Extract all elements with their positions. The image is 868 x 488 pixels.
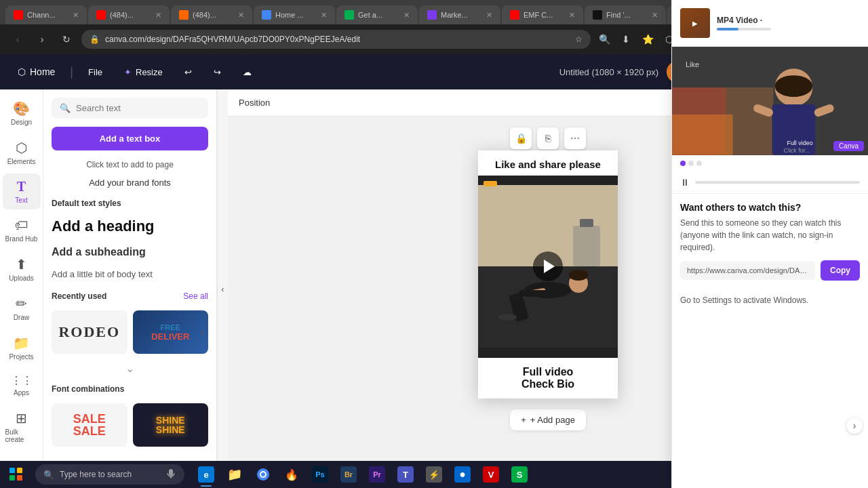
font-combo-shine[interactable]: SHINESHINE: [133, 403, 209, 447]
sidebar-item-elements[interactable]: ⬡ Elements: [3, 134, 41, 171]
taskbar-app-misc1[interactable]: ⚡: [420, 461, 448, 488]
sidebar-item-uploads[interactable]: ⬆ Uploads: [3, 251, 41, 287]
taskbar-app-bridge[interactable]: Br: [335, 461, 362, 488]
share-title: Want others to watch this?: [680, 202, 860, 213]
taskbar-app-explorer[interactable]: 📁: [221, 461, 248, 488]
tab-close[interactable]: ✕: [486, 11, 492, 20]
tab-title: Chann...: [27, 11, 68, 19]
recently-used-item-free[interactable]: FREE DELIVER ›: [133, 310, 209, 354]
search-input[interactable]: [76, 103, 200, 113]
search-icon[interactable]: 🔍: [596, 31, 612, 47]
start-button[interactable]: [0, 461, 33, 488]
canvas-toolbar: 🔒 ⎘ ⋯: [510, 127, 586, 149]
recently-used-header: Recently used See all: [43, 285, 216, 305]
file-button[interactable]: File: [81, 63, 109, 81]
resize-button[interactable]: ✦ Resize: [117, 63, 170, 81]
lock-canvas-icon[interactable]: 🔒: [510, 127, 532, 149]
recently-used-title: Recently used: [52, 291, 106, 301]
tab-favicon: [427, 10, 437, 20]
browser-tab-1[interactable]: Chann... ✕: [5, 5, 87, 24]
browser-tab-2[interactable]: (484)... ✕: [88, 5, 170, 24]
star-icon[interactable]: ⭐: [639, 31, 656, 47]
tab-close[interactable]: ✕: [403, 11, 410, 20]
font-combo-sale[interactable]: SALESALE: [52, 403, 127, 447]
canvas-bottom-text: Full video Check Bio: [478, 358, 618, 399]
taskbar-app-teams[interactable]: T: [392, 461, 419, 488]
taskbar-search[interactable]: 🔍 Type here to search: [35, 464, 184, 485]
tab-close[interactable]: ✕: [652, 11, 658, 20]
canvas-line1: Full video: [484, 366, 612, 378]
settings-link[interactable]: Go to Settings to activate Windows.: [672, 289, 868, 312]
add-body-style[interactable]: Add a little bit of body text: [43, 264, 216, 285]
tab-close[interactable]: ✕: [238, 11, 244, 20]
sidebar-item-projects[interactable]: 📁 Projects: [3, 329, 41, 366]
search-icon: 🔍: [60, 103, 71, 113]
see-all-link[interactable]: See all: [183, 291, 208, 301]
popup-progress-track[interactable]: [695, 181, 860, 184]
refresh-button[interactable]: ↻: [57, 30, 76, 49]
canva-main: 🎨 Design ⬡ Elements T Text 🏷 Brand Hub ⬆…: [0, 89, 868, 488]
sidebar-item-apps[interactable]: ⋮⋮ Apps: [3, 369, 41, 402]
browser-tab-8[interactable]: Find '... ✕: [585, 5, 666, 24]
play-overlay[interactable]: [533, 251, 563, 281]
tab-close[interactable]: ✕: [73, 11, 79, 20]
add-subheading-style[interactable]: Add a subheading: [43, 241, 216, 264]
browser-tab-6[interactable]: Marke... ✕: [419, 5, 500, 24]
popup-share-section: Want others to watch this? Send this to …: [672, 194, 868, 289]
bookmark-icon[interactable]: ☆: [575, 35, 583, 44]
tab-favicon: [179, 10, 189, 20]
copy-canvas-icon[interactable]: ⎘: [537, 127, 559, 149]
taskbar-app-misc3[interactable]: V: [477, 461, 505, 488]
scroll-indicator: ⌄: [43, 359, 216, 378]
forward-button[interactable]: ›: [33, 30, 52, 49]
tab-close[interactable]: ✕: [155, 11, 161, 20]
recently-used-item-rodeo[interactable]: RODEO: [52, 310, 127, 354]
tab-close[interactable]: ✕: [321, 11, 327, 20]
home-button[interactable]: ⬡ Home: [11, 62, 62, 81]
undo-button[interactable]: ↩: [178, 63, 199, 81]
search-area: 🔍: [43, 89, 216, 127]
add-heading-style[interactable]: Add a heading: [43, 212, 216, 241]
sidebar-item-draw[interactable]: ✏ Draw: [3, 290, 41, 327]
address-bar[interactable]: 🔒 canva.com/design/DAFra5QHVRM/UApcb7DO0…: [81, 30, 591, 49]
design-canvas[interactable]: Like and share please: [478, 150, 618, 399]
default-styles-title: Default text styles: [43, 192, 216, 212]
taskbar-app-misc4[interactable]: S: [506, 461, 533, 488]
browser-tab-5[interactable]: Get a... ✕: [336, 5, 418, 24]
taskbar-app-premiere[interactable]: Pr: [363, 461, 391, 488]
brand-fonts-button[interactable]: Add your brand fonts: [43, 174, 216, 192]
pause-button[interactable]: ⏸: [680, 177, 690, 188]
expand-icon[interactable]: ›: [846, 418, 863, 434]
copy-button[interactable]: Copy: [821, 260, 860, 281]
tab-close[interactable]: ✕: [569, 11, 575, 20]
add-textbox-button[interactable]: Add a text box: [52, 127, 208, 150]
share-link-input[interactable]: https://www.canva.com/design/DAFra5Q: [680, 261, 815, 280]
browser-tab-3[interactable]: (484)... ✕: [171, 5, 252, 24]
sidebar-item-text[interactable]: T Text: [3, 174, 41, 209]
panel-collapse-button[interactable]: ‹: [217, 89, 228, 488]
more-canvas-icon[interactable]: ⋯: [564, 127, 586, 149]
tab-favicon: [96, 10, 106, 20]
taskbar-app-chrome[interactable]: [250, 461, 277, 488]
taskbar-app-misc2[interactable]: ●: [449, 461, 476, 488]
browser-tab-7[interactable]: EMF C... ✕: [502, 5, 583, 24]
search-box[interactable]: 🔍: [52, 98, 208, 119]
tab-favicon: [593, 10, 602, 20]
taskbar-mic-icon[interactable]: [165, 468, 176, 481]
cloud-save-button[interactable]: ☁: [236, 63, 258, 81]
free-text: FREE: [151, 323, 189, 331]
sidebar-item-brand[interactable]: 🏷 Brand Hub: [3, 212, 41, 248]
popup-pause-bar: ⏸: [672, 171, 868, 194]
redo-button[interactable]: ↪: [207, 63, 228, 81]
sidebar-item-design[interactable]: 🎨 Design: [3, 95, 41, 131]
taskbar-app-firefox[interactable]: 🔥: [278, 461, 305, 488]
taskbar-app-edge[interactable]: e: [193, 461, 220, 488]
plus-icon: +: [521, 415, 526, 425]
add-page-button[interactable]: + + Add page: [510, 409, 586, 430]
sidebar-item-bulk[interactable]: ⊞ Bulk create: [3, 405, 41, 449]
video-popup: ▶ MP4 Video ·: [671, 89, 868, 488]
browser-tab-4[interactable]: Home ... ✕: [254, 5, 335, 24]
back-button[interactable]: ‹: [8, 30, 27, 49]
download-icon[interactable]: ⬇: [618, 31, 634, 47]
taskbar-app-photoshop[interactable]: Ps: [307, 461, 334, 488]
